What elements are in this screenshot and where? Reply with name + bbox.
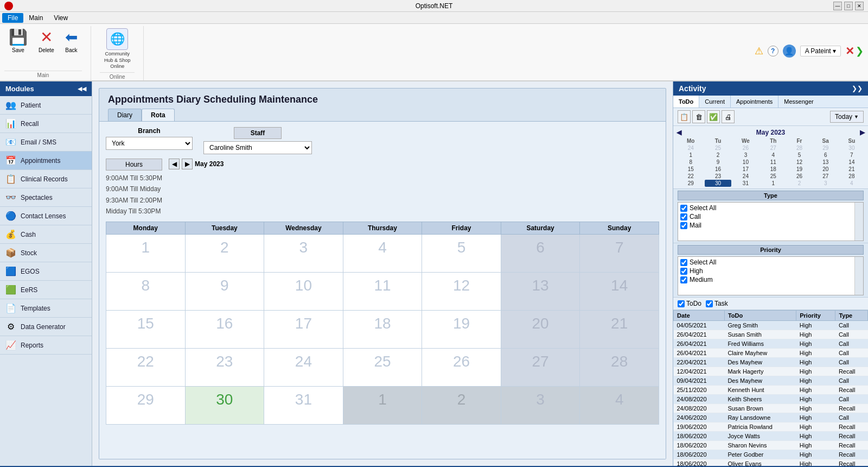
mini-cal-cell[interactable]: 4 (839, 180, 865, 187)
mini-cal-cell[interactable]: 16 (705, 166, 731, 173)
todo-row[interactable]: 04/05/2021Greg SmithHighCall (674, 321, 868, 330)
calendar-day-cell[interactable]: 30 (185, 386, 264, 424)
calendar-day-cell[interactable]: 4 (580, 386, 659, 424)
minimize-button[interactable]: — (833, 2, 842, 10)
menu-view[interactable]: View (48, 13, 73, 23)
toolbar-print-icon[interactable]: 🖨 (722, 110, 735, 123)
mini-cal-cell[interactable]: 11 (760, 159, 786, 166)
sidebar-item-templates[interactable]: 📄Templates (0, 299, 92, 318)
mini-cal-cell[interactable]: 30 (705, 180, 731, 187)
todo-row[interactable]: 22/04/2021Des MayhewHighCall (674, 358, 868, 367)
calendar-day-cell[interactable]: 23 (185, 348, 264, 386)
calendar-day-cell[interactable]: 31 (264, 386, 343, 424)
tab-current[interactable]: Current (699, 96, 731, 108)
user-button[interactable]: A Pateint ▾ (800, 46, 841, 56)
tab-diary[interactable]: Diary (108, 109, 142, 121)
calendar-day-cell[interactable]: 29 (106, 386, 186, 424)
tab-appointments[interactable]: Appointments (731, 96, 778, 108)
type-checkbox-item[interactable]: Select All (680, 204, 861, 212)
mini-cal-cell[interactable]: 23 (705, 173, 731, 180)
toolbar-check-icon[interactable]: ✅ (707, 110, 720, 123)
mini-cal-cell[interactable]: 9 (705, 159, 731, 166)
next-month-button[interactable]: ▶ (182, 159, 193, 169)
calendar-day-cell[interactable]: 24 (264, 348, 343, 386)
todo-row[interactable]: 26/04/2021Claire MayhewHighCall (674, 349, 868, 358)
task-filter[interactable]: Task (706, 300, 728, 307)
menu-file[interactable]: File (2, 13, 23, 23)
calendar-day-cell[interactable]: 18 (343, 310, 422, 348)
task-checkbox[interactable] (706, 300, 713, 307)
prev-month-button[interactable]: ◀ (169, 159, 180, 169)
sidebar-item-data-generator[interactable]: ⚙Data Generator (0, 318, 92, 336)
todo-row[interactable]: 12/04/2021Mark HagertyHighRecall (674, 367, 868, 376)
mini-cal-cell[interactable]: 17 (731, 166, 761, 173)
calendar-day-cell[interactable]: 27 (501, 348, 580, 386)
mini-cal-cell[interactable]: 6 (813, 152, 839, 159)
sidebar-item-stock[interactable]: 📦Stock (0, 244, 92, 262)
priority-checkbox[interactable] (680, 268, 687, 275)
priority-checkbox-item[interactable]: Medium (680, 275, 861, 284)
calendar-day-cell[interactable]: 21 (580, 310, 659, 348)
mini-cal-cell[interactable]: 8 (676, 159, 705, 166)
todo-row[interactable]: 19/06/2020Patricia RowlandHighRecall (674, 422, 868, 432)
calendar-day-cell[interactable]: 17 (264, 310, 343, 348)
mini-cal-cell[interactable]: 24 (676, 144, 705, 152)
mini-cal-cell[interactable]: 25 (760, 173, 786, 180)
todo-row[interactable]: 18/06/2020Peter GodberHighRecall (674, 450, 868, 459)
todo-row[interactable]: 24/08/2020Susan BrownHighRecall (674, 404, 868, 413)
todo-filter[interactable]: ToDo (678, 300, 701, 307)
priority-checkbox[interactable] (680, 276, 687, 283)
mini-cal-cell[interactable]: 12 (786, 159, 812, 166)
type-checkbox[interactable] (680, 205, 687, 212)
mini-cal-cell[interactable]: 14 (839, 159, 865, 166)
mini-cal-cell[interactable]: 15 (676, 166, 705, 173)
mini-cal-cell[interactable]: 29 (813, 144, 839, 152)
mini-cal-cell[interactable]: 26 (786, 173, 812, 180)
mini-cal-next[interactable]: ▶ (860, 129, 865, 136)
mini-cal-cell[interactable]: 13 (813, 159, 839, 166)
calendar-day-cell[interactable]: 5 (422, 234, 501, 272)
mini-cal-cell[interactable]: 22 (676, 173, 705, 180)
calendar-day-cell[interactable]: 22 (106, 348, 186, 386)
calendar-day-cell[interactable]: 16 (185, 310, 264, 348)
calendar-day-cell[interactable]: 15 (106, 310, 186, 348)
calendar-day-cell[interactable]: 14 (580, 272, 659, 310)
mini-cal-cell[interactable]: 3 (731, 152, 761, 159)
mini-cal-cell[interactable]: 4 (760, 152, 786, 159)
todo-row[interactable]: 25/11/2020Kenneth HuntHighRecall (674, 386, 868, 395)
mini-cal-cell[interactable]: 18 (760, 166, 786, 173)
toolbar-copy-icon[interactable]: 📋 (678, 110, 691, 123)
delete-button[interactable]: ✕ Delete (34, 26, 59, 55)
sidebar-item-reports[interactable]: 📈Reports (0, 336, 92, 355)
todo-row[interactable]: 18/06/2020Oliver EvansHighRecall (674, 459, 868, 466)
help-button[interactable]: ? (768, 46, 778, 56)
calendar-day-cell[interactable]: 7 (580, 234, 659, 272)
mini-cal-cell[interactable]: 27 (760, 144, 786, 152)
save-button[interactable]: 💾 Save (4, 26, 32, 55)
sidebar-collapse-button[interactable]: ◀◀ (78, 85, 86, 92)
priority-checkbox[interactable] (680, 259, 687, 266)
priority-checkbox-item[interactable]: Select All (680, 258, 861, 267)
activity-expand[interactable]: ❯❯ (852, 85, 863, 92)
mini-cal-cell[interactable]: 29 (676, 180, 705, 187)
mini-cal-cell[interactable]: 28 (786, 144, 812, 152)
mini-cal-cell[interactable]: 7 (839, 152, 865, 159)
mini-cal-cell[interactable]: 31 (731, 180, 761, 187)
calendar-day-cell[interactable]: 3 (264, 234, 343, 272)
close-app-button[interactable]: ✕ ❯ (845, 45, 864, 58)
mini-cal-cell[interactable]: 26 (731, 144, 761, 152)
calendar-day-cell[interactable]: 25 (343, 348, 422, 386)
priority-checkbox-item[interactable]: High (680, 267, 861, 275)
todo-checkbox[interactable] (678, 300, 685, 307)
mini-cal-cell[interactable]: 25 (705, 144, 731, 152)
sidebar-item-appointments[interactable]: 📅Appointments (0, 152, 92, 170)
todo-row[interactable]: 18/06/2020Joyce WattsHighRecall (674, 432, 868, 441)
mini-cal-cell[interactable]: 3 (813, 180, 839, 187)
calendar-day-cell[interactable]: 9 (185, 272, 264, 310)
tab-messenger[interactable]: Messenger (778, 96, 819, 108)
sidebar-item-eers[interactable]: 🟩EeRS (0, 281, 92, 299)
calendar-day-cell[interactable]: 28 (580, 348, 659, 386)
sidebar-item-recall[interactable]: 📊Recall (0, 115, 92, 133)
calendar-day-cell[interactable]: 2 (422, 386, 501, 424)
calendar-day-cell[interactable]: 13 (501, 272, 580, 310)
